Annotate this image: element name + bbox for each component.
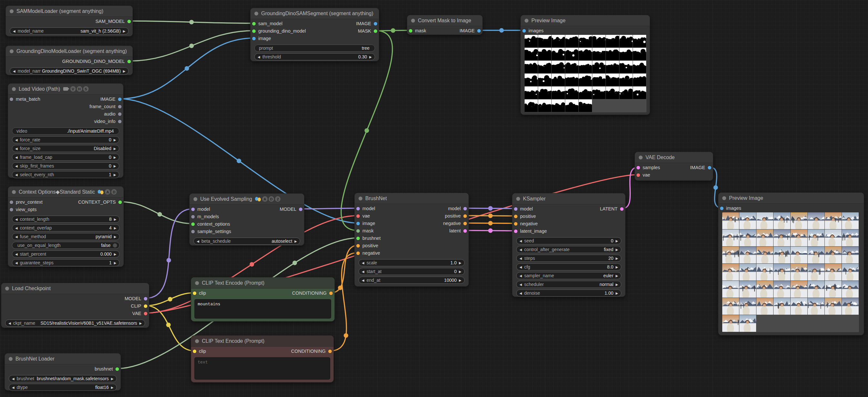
input-slot-negative[interactable]: negative xyxy=(514,221,538,227)
output-dot-SAM_MODEL[interactable] xyxy=(127,20,131,23)
decrement-arrow-icon[interactable]: ◀ xyxy=(520,291,522,295)
widget-denoise[interactable]: ◀denoise1.00▶ xyxy=(516,289,621,296)
increment-arrow-icon[interactable]: ▶ xyxy=(111,377,114,380)
node-prevTop[interactable]: Preview Imageimages xyxy=(520,15,650,115)
widget-model_name[interactable]: ◀model_nameGroundingDINO_SwinT_OGC (694M… xyxy=(10,67,129,75)
input-slot-clip[interactable]: clip xyxy=(193,290,206,296)
output-slot-model[interactable]: model xyxy=(448,205,467,212)
input-dot-clip[interactable] xyxy=(193,349,196,353)
decrement-arrow-icon[interactable]: ◀ xyxy=(520,265,522,269)
decrement-arrow-icon[interactable]: ◀ xyxy=(15,235,18,238)
output-dot-latent[interactable] xyxy=(463,229,467,233)
node-ckpt[interactable]: Load CheckpointMODELCLIPVAE◀ckpt_nameSD1… xyxy=(1,283,149,328)
collapse-dot-icon[interactable] xyxy=(639,155,643,160)
output-dot-audio[interactable] xyxy=(118,112,122,116)
input-dot-vae[interactable] xyxy=(637,173,640,177)
output-slot-MODEL[interactable]: MODEL xyxy=(124,295,147,302)
output-dot-CONDITIONING[interactable] xyxy=(328,349,332,353)
node-bn[interactable]: BrushNetmodelvaeimagemaskbrushnetpositiv… xyxy=(354,193,469,287)
widget-steps[interactable]: ◀steps20▶ xyxy=(516,255,621,262)
decrement-arrow-icon[interactable]: ◀ xyxy=(8,321,11,325)
widget-end_at[interactable]: ◀end_at10000▶ xyxy=(359,277,465,284)
widget-start_percent[interactable]: ◀start_percent0.000▶ xyxy=(12,251,120,258)
output-slot-IMAGE[interactable]: IMAGE xyxy=(356,20,377,27)
increment-arrow-icon[interactable]: ▶ xyxy=(139,321,142,325)
node-video[interactable]: Load Video (Path)VHSmeta_batchIMAGEframe… xyxy=(8,83,123,178)
output-dot-brushnet[interactable] xyxy=(116,367,119,371)
input-slot-positive[interactable]: positive xyxy=(514,213,536,220)
widget-dtype[interactable]: ◀dtypefloat16▶ xyxy=(9,384,117,391)
decrement-arrow-icon[interactable]: ◀ xyxy=(520,248,522,251)
node-title-bar[interactable]: Context Options◆Standard StaticAD xyxy=(8,187,123,198)
widget-fuse_method[interactable]: ◀fuse_methodpyramid▶ xyxy=(12,233,120,240)
node-title-bar[interactable]: BrushNet xyxy=(355,193,468,204)
collapse-dot-icon[interactable] xyxy=(10,49,13,53)
output-dot-positive[interactable] xyxy=(463,214,467,218)
input-dot-positive[interactable] xyxy=(514,215,518,218)
widget-force_rate[interactable]: ◀force_rate0▶ xyxy=(12,136,119,143)
input-dot-meta_batch[interactable] xyxy=(10,97,13,101)
decrement-arrow-icon[interactable]: ◀ xyxy=(12,377,14,380)
collapse-dot-icon[interactable] xyxy=(411,19,415,23)
input-dot-clip[interactable] xyxy=(193,291,196,295)
widget-cfg[interactable]: ◀cfg8.0▶ xyxy=(516,263,621,271)
input-dot-images[interactable] xyxy=(522,29,526,33)
node-title-bar[interactable]: CLIP Text Encode (Prompt) xyxy=(191,336,333,347)
input-dot-negative[interactable] xyxy=(356,251,360,255)
decrement-arrow-icon[interactable]: ◀ xyxy=(520,257,522,260)
widget-select_every_nth[interactable]: ◀select_every_nth1▶ xyxy=(12,171,119,178)
input-slot-sam_model[interactable]: sam_model xyxy=(252,20,282,27)
collapse-dot-icon[interactable] xyxy=(525,19,528,23)
output-slot-VAE[interactable]: VAE xyxy=(132,310,147,317)
widget-video[interactable]: video./input/AnimateDiff.mp4 xyxy=(12,127,119,135)
widget-beta_schedule[interactable]: ◀beta_scheduleautoselect▶ xyxy=(193,237,300,245)
output-slot-CLIP[interactable]: CLIP xyxy=(131,303,147,309)
input-dot-image[interactable] xyxy=(252,37,256,40)
output-dot-CONTEXT_OPTS[interactable] xyxy=(118,200,122,204)
node-title-bar[interactable]: GroundingDinoModelLoader (segment anythi… xyxy=(6,46,132,57)
widget-model_name[interactable]: ◀model_namesam_vit_h (2.56GB)▶ xyxy=(10,27,129,34)
input-dot-grounding_dino_model[interactable] xyxy=(252,29,256,33)
output-dot-GROUNDING_DINO_MODEL[interactable] xyxy=(127,60,131,63)
input-dot-positive[interactable] xyxy=(356,244,360,248)
input-dot-sam_model[interactable] xyxy=(252,22,256,26)
input-slot-brushnet[interactable]: brushnet xyxy=(356,235,380,242)
increment-arrow-icon[interactable]: ▶ xyxy=(123,29,125,33)
decrement-arrow-icon[interactable]: ◀ xyxy=(15,226,18,230)
output-dot-LATENT[interactable] xyxy=(620,207,624,211)
input-dot-model[interactable] xyxy=(191,207,195,211)
node-sam[interactable]: SAMModelLoader (segment anything)SAM_MOD… xyxy=(5,5,133,36)
input-dot-sample_settings[interactable] xyxy=(191,230,195,233)
input-dot-brushnet[interactable] xyxy=(356,236,360,240)
decrement-arrow-icon[interactable]: ◀ xyxy=(197,239,199,243)
increment-arrow-icon[interactable]: ▶ xyxy=(111,386,114,389)
increment-arrow-icon[interactable]: ▶ xyxy=(459,261,461,265)
widget-sampler_name[interactable]: ◀sampler_nameeuler▶ xyxy=(516,272,621,279)
node-title-bar[interactable]: CLIP Text Encode (Prompt) xyxy=(191,278,334,288)
input-dot-mask[interactable] xyxy=(356,229,360,233)
increment-arrow-icon[interactable]: ▶ xyxy=(114,164,116,168)
output-slot-IMAGE[interactable]: IMAGE xyxy=(690,164,711,171)
widget-scheduler[interactable]: ◀schedulernormal▶ xyxy=(516,281,621,288)
widget-brushnet[interactable]: ◀brushnetbrushnet/random_mask.safetensor… xyxy=(9,375,117,382)
decrement-arrow-icon[interactable]: ◀ xyxy=(362,279,364,282)
output-dot-video_info[interactable] xyxy=(118,120,122,123)
input-slot-model[interactable]: model xyxy=(514,206,533,212)
input-slot-image[interactable]: image xyxy=(252,35,271,41)
widget-frame_load_cap[interactable]: ◀frame_load_cap0▶ xyxy=(12,153,119,161)
output-slot-frame_count[interactable]: frame_count xyxy=(89,103,122,110)
output-dot-CLIP[interactable] xyxy=(144,304,147,308)
node-prevRight[interactable]: Preview Imageimages xyxy=(718,192,864,335)
decrement-arrow-icon[interactable]: ◀ xyxy=(362,261,364,265)
increment-arrow-icon[interactable]: ▶ xyxy=(114,235,116,238)
input-slot-model[interactable]: model xyxy=(356,205,375,212)
increment-arrow-icon[interactable]: ▶ xyxy=(459,279,461,282)
widget-context_length[interactable]: ◀context_length8▶ xyxy=(12,216,120,223)
output-dot-model[interactable] xyxy=(463,207,467,210)
output-dot-IMAGE[interactable] xyxy=(374,22,377,26)
widget-scale[interactable]: ◀scale1.0▶ xyxy=(359,259,465,266)
decrement-arrow-icon[interactable]: ◀ xyxy=(362,270,364,274)
decrement-arrow-icon[interactable]: ◀ xyxy=(520,274,522,278)
input-slot-clip[interactable]: clip xyxy=(193,348,206,355)
node-ctx[interactable]: Context Options◆Standard StaticADprev_co… xyxy=(8,186,124,267)
